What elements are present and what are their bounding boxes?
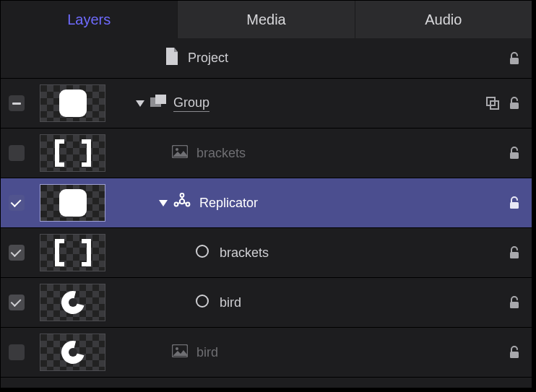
layer-row-group[interactable]: Group	[1, 79, 532, 129]
svg-rect-1	[59, 90, 87, 117]
replicator-icon	[173, 193, 191, 214]
tab-layers[interactable]: Layers	[1, 1, 178, 38]
visibility-toggle[interactable]	[1, 95, 33, 111]
layer-thumbnail[interactable]	[40, 84, 105, 122]
row-content: Replicator	[105, 178, 532, 227]
disclosure-triangle[interactable]	[136, 100, 144, 107]
row-content: brackets	[105, 228, 532, 277]
tab-audio[interactable]: Audio	[355, 1, 532, 38]
cell-icon	[195, 294, 209, 312]
row-content: brackets	[105, 129, 532, 178]
layer-label: brackets	[220, 245, 269, 261]
svg-point-24	[69, 348, 77, 357]
svg-point-8	[176, 148, 178, 151]
layers-panel: Layers Media Audio Project	[0, 0, 532, 388]
svg-rect-23	[510, 302, 519, 308]
visibility-toggle[interactable]	[1, 295, 33, 310]
lock-icon[interactable]	[507, 196, 522, 210]
svg-rect-0	[510, 58, 519, 64]
layer-row-replicator[interactable]: Replicator	[1, 178, 532, 228]
visibility-toggle[interactable]	[1, 344, 33, 360]
layer-row-brackets-disabled[interactable]: brackets	[1, 129, 532, 178]
lock-icon[interactable]	[507, 345, 522, 360]
svg-line-16	[184, 202, 186, 204]
svg-rect-3	[155, 95, 166, 104]
svg-point-19	[196, 245, 208, 257]
svg-line-17	[178, 202, 180, 204]
visibility-toggle[interactable]	[1, 145, 33, 161]
svg-rect-20	[510, 252, 519, 258]
layer-thumbnail[interactable]	[40, 334, 105, 371]
lock-icon[interactable]	[507, 245, 522, 260]
row-content: Group	[105, 79, 532, 128]
layer-thumbnail[interactable]	[40, 234, 105, 271]
row-content: bird	[105, 328, 532, 377]
lock-icon[interactable]	[507, 51, 522, 66]
layer-label: brackets	[196, 146, 246, 161]
visibility-toggle[interactable]	[1, 245, 33, 261]
group-icon	[150, 95, 166, 113]
tab-bar: Layers Media Audio	[1, 1, 532, 38]
svg-rect-6	[510, 103, 519, 109]
svg-rect-10	[59, 189, 87, 217]
document-icon	[165, 48, 179, 69]
svg-point-21	[69, 298, 77, 307]
layer-label: bird	[220, 295, 241, 310]
row-content: bird	[105, 278, 532, 327]
layer-label: Replicator	[199, 196, 258, 211]
layer-row-project[interactable]: Project	[1, 38, 532, 79]
layer-list: Project Group	[1, 38, 532, 378]
layer-thumbnail[interactable]	[40, 134, 105, 172]
svg-point-11	[180, 199, 184, 203]
layer-label: bird	[196, 345, 218, 360]
visibility-toggle[interactable]	[1, 195, 33, 211]
svg-rect-18	[510, 202, 519, 209]
lock-icon[interactable]	[507, 146, 522, 160]
layer-row-brackets-cell[interactable]: brackets	[1, 228, 532, 278]
layer-row-bird-cell[interactable]: bird	[1, 278, 532, 328]
row-content: Project	[113, 38, 532, 78]
layer-label: Project	[188, 51, 228, 66]
svg-point-12	[181, 193, 184, 197]
tab-media[interactable]: Media	[178, 1, 355, 38]
svg-point-22	[196, 295, 208, 307]
lock-icon[interactable]	[507, 96, 522, 110]
lock-icon[interactable]	[507, 295, 522, 310]
layer-row-bird-disabled[interactable]: bird	[1, 328, 532, 378]
image-icon	[172, 344, 188, 361]
cell-icon	[195, 244, 209, 262]
disclosure-triangle[interactable]	[159, 200, 168, 206]
svg-rect-9	[510, 152, 519, 159]
image-icon	[172, 145, 188, 162]
svg-rect-27	[510, 352, 519, 358]
layer-thumbnail[interactable]	[40, 184, 105, 222]
layer-label: Group	[173, 95, 209, 112]
svg-point-26	[176, 347, 178, 350]
isolate-icon[interactable]	[485, 96, 500, 110]
layer-thumbnail[interactable]	[40, 284, 105, 321]
